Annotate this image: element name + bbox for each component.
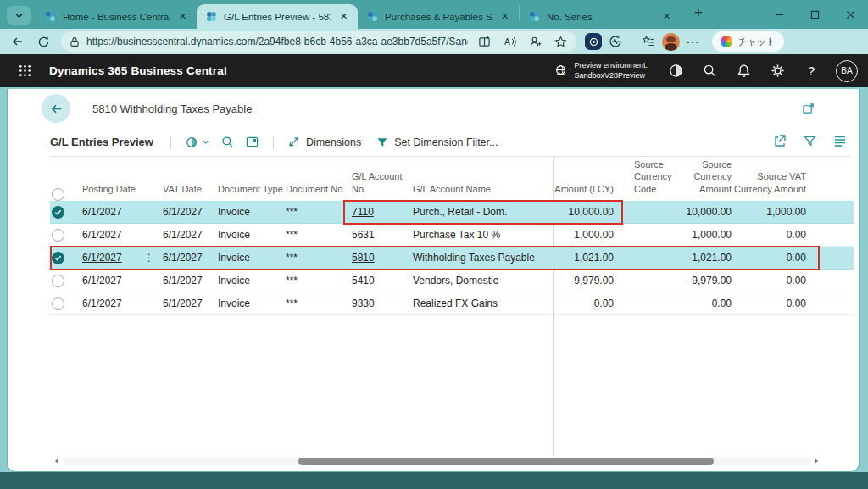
tab-close-button[interactable]: ✕ (498, 9, 512, 24)
tab-purchases-payables-setup[interactable]: Purchases & Payables Setup ✕ (358, 4, 519, 29)
select-all-checkbox[interactable] (52, 188, 82, 201)
posting-date-cell[interactable]: 6/1/2027 (82, 229, 122, 241)
posting-date-cell[interactable]: 6/1/2027 (82, 275, 122, 286)
table-row[interactable]: 6/1/2027 6/1/2027 Invoice *** 5410 Vendo… (50, 270, 854, 292)
product-title[interactable]: Dynamics 365 Business Central (49, 64, 227, 77)
tab-gl-entries-preview[interactable]: G/L Entries Preview - 5810 Withho ✕ (197, 4, 358, 29)
account-no-cell[interactable]: 9330 (352, 297, 413, 309)
col-document-no[interactable]: Document No. (286, 183, 352, 201)
tab-close-button[interactable]: ✕ (659, 9, 674, 24)
posting-date-link[interactable]: 6/1/2027 (82, 252, 122, 264)
row-kebab-menu[interactable]: ⋮ (144, 252, 154, 264)
document-no-cell[interactable]: *** (286, 206, 352, 218)
document-type-cell[interactable]: Invoice (218, 275, 286, 286)
close-window-button[interactable] (832, 0, 868, 29)
vat-date-cell[interactable]: 6/1/2027 (163, 229, 218, 241)
vat-date-cell[interactable]: 6/1/2027 (163, 297, 218, 309)
source-currency-amount-cell[interactable]: -9,979.00 (685, 275, 732, 286)
account-no-link[interactable]: 5810 (352, 252, 375, 264)
maximize-button[interactable] (797, 0, 832, 29)
list-options-icon[interactable] (833, 134, 847, 150)
amount-lcy-cell[interactable]: 1,000.00 (553, 229, 620, 241)
browser-profile-avatar[interactable] (662, 33, 680, 51)
open-in-new-window-icon[interactable] (802, 103, 815, 115)
search-icon[interactable] (695, 58, 724, 84)
source-currency-amount-cell[interactable]: 1,000.00 (685, 229, 732, 241)
browser-essentials-icon[interactable] (605, 31, 626, 52)
account-name-cell[interactable]: Purchase Tax 10 % (413, 229, 553, 241)
posting-date-cell[interactable]: 6/1/2027 (82, 206, 122, 218)
table-row[interactable]: 6/1/2027 6/1/2027 Invoice *** 7110 Purch… (50, 201, 854, 224)
amount-lcy-cell[interactable]: 10,000.00 (553, 206, 620, 218)
scroll-right-icon[interactable] (813, 458, 820, 464)
col-source-currency-amount[interactable]: Source Currency Amount (685, 158, 732, 201)
document-type-cell[interactable]: Invoice (218, 229, 286, 241)
document-no-cell[interactable]: *** (286, 229, 352, 241)
col-posting-date[interactable]: Posting Date (82, 183, 163, 201)
document-no-cell[interactable]: *** (286, 275, 352, 286)
search-list-icon[interactable] (221, 136, 234, 148)
document-no-cell[interactable]: *** (286, 297, 352, 309)
col-account-no[interactable]: G/L Account No. (352, 170, 413, 201)
vat-date-cell[interactable]: 6/1/2027 (163, 252, 218, 264)
amount-lcy-cell[interactable]: 0.00 (553, 297, 620, 309)
document-type-cell[interactable]: Invoice (218, 297, 286, 309)
vat-date-cell[interactable]: 6/1/2027 (163, 275, 218, 286)
tab-home-admin-center[interactable]: Home - Business Central Admin Ce ✕ (36, 4, 197, 29)
document-type-cell[interactable]: Invoice (218, 252, 286, 264)
col-amount-lcy[interactable]: Amount (LCY) (553, 183, 620, 201)
account-name-cell[interactable]: Realized FX Gains (413, 297, 553, 309)
source-currency-amount-cell[interactable]: 0.00 (685, 297, 732, 309)
account-no-cell[interactable]: 5410 (352, 275, 413, 286)
table-row[interactable]: 6/1/2027 ⋮ 6/1/2027 Invoice *** 5810 Wit… (50, 247, 854, 270)
scrollbar-thumb[interactable] (298, 458, 714, 465)
row-checkbox[interactable] (52, 297, 82, 310)
col-document-type[interactable]: Document Type (218, 183, 286, 201)
document-no-cell[interactable]: *** (286, 252, 352, 264)
copilot-icon[interactable] (661, 58, 690, 84)
page-back-button[interactable] (42, 94, 70, 123)
document-type-cell[interactable]: Invoice (218, 206, 286, 218)
table-row[interactable]: 6/1/2027 6/1/2027 Invoice *** 9330 Reali… (50, 292, 854, 315)
amount-lcy-cell[interactable]: -1,021.00 (553, 252, 620, 264)
minimize-button[interactable] (761, 0, 797, 29)
notifications-bell-icon[interactable] (729, 58, 758, 84)
source-currency-amount-cell[interactable]: -1,021.00 (685, 252, 732, 264)
favorites-bar-icon[interactable] (638, 31, 659, 52)
favorite-star-icon[interactable] (551, 33, 570, 50)
account-no-cell[interactable]: 5631 (352, 229, 413, 241)
col-vat-date[interactable]: VAT Date (163, 183, 218, 201)
row-checkbox[interactable] (52, 206, 82, 219)
horizontal-scrollbar[interactable] (53, 456, 820, 466)
set-dimension-filter-action[interactable]: Set Dimension Filter... (376, 136, 498, 148)
table-row[interactable]: 6/1/2027 6/1/2027 Invoice *** 5631 Purch… (50, 224, 854, 247)
row-checkbox[interactable] (52, 229, 82, 242)
back-button[interactable] (7, 31, 29, 52)
user-avatar[interactable]: BA (836, 60, 858, 82)
account-name-cell[interactable]: Vendors, Domestic (413, 275, 553, 286)
scroll-left-icon[interactable] (53, 458, 60, 464)
col-account-name[interactable]: G/L Account Name (413, 183, 553, 201)
source-vat-currency-amount-cell[interactable]: 0.00 (732, 229, 806, 241)
dimensions-action[interactable]: Dimensions (287, 136, 361, 148)
environment-indicator[interactable]: Preview environment: SandboxV28Preview (554, 61, 648, 81)
posting-date-cell[interactable]: 6/1/2027 (82, 297, 122, 309)
account-no-link[interactable]: 7110 (352, 206, 374, 218)
share-icon[interactable] (773, 134, 787, 150)
app-launcher-icon[interactable] (12, 58, 37, 84)
tab-close-button[interactable]: ✕ (337, 9, 351, 24)
source-vat-currency-amount-cell[interactable]: 0.00 (732, 252, 806, 264)
source-vat-currency-amount-cell[interactable]: 0.00 (732, 297, 806, 309)
tab-no-series[interactable]: No. Series ✕ (520, 4, 681, 29)
source-currency-amount-cell[interactable]: 10,000.00 (685, 206, 732, 218)
col-source-vat-currency-amount[interactable]: Source VAT Currency Amount (732, 170, 806, 201)
analyze-icon[interactable] (246, 136, 259, 148)
account-name-cell[interactable]: Purch., Retail - Dom. (413, 206, 553, 218)
source-vat-currency-amount-cell[interactable]: 0.00 (732, 275, 806, 286)
row-checkbox[interactable] (52, 275, 82, 287)
row-checkbox[interactable] (52, 252, 82, 264)
split-screen-icon[interactable] (475, 33, 493, 50)
vat-date-cell[interactable]: 6/1/2027 (163, 206, 218, 218)
filter-list-icon[interactable] (804, 135, 816, 150)
new-tab-button[interactable]: + (687, 2, 709, 24)
